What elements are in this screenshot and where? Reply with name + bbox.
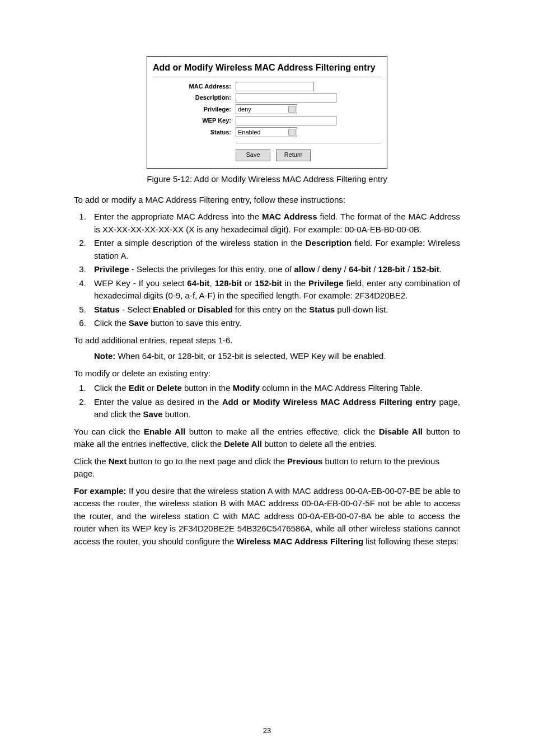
label-priv: Privilege: (153, 105, 236, 114)
row-desc: Description: (153, 93, 381, 102)
row-mac: MAC Address: (153, 82, 381, 91)
bold: Enabled (153, 305, 185, 314)
bold: allow (294, 264, 315, 274)
text: / (405, 264, 413, 274)
example-para: For example: If you desire that the wire… (74, 485, 460, 548)
figure-box: Add or Modify Wireless MAC Address Filte… (147, 56, 387, 169)
nav-para: Click the Next button to go to the next … (74, 455, 460, 480)
step-1: Enter the appropriate MAC Address into t… (88, 211, 460, 236)
text: / (341, 264, 349, 274)
bold: 64-bit (349, 264, 371, 274)
text: WEP Key - If you select (94, 278, 187, 288)
modify-intro: To modify or delete an existing entry: (74, 367, 460, 380)
bold: Disabled (198, 305, 233, 314)
bold: Status (94, 305, 120, 314)
example-tail: list following these steps: (363, 536, 458, 546)
bold: Save (143, 409, 163, 419)
label-status: Status: (153, 128, 236, 137)
row-priv: Privilege: deny (153, 104, 381, 114)
text: button in the (182, 383, 233, 393)
text: button to go to the next page and click … (127, 456, 287, 466)
note-text: When 64-bit, or 128-bit, or 152-bit is s… (115, 351, 386, 361)
figure-buttons: Save Return (236, 143, 381, 161)
figure-divider (153, 77, 381, 77)
note-line: Note: When 64-bit, or 128-bit, or 152-bi… (94, 350, 460, 363)
modify-step-1: Click the Edit or Delete button in the M… (88, 382, 460, 395)
example-bold: Wireless MAC Address Filtering (236, 536, 363, 546)
main-steps-list: Enter the appropriate MAC Address into t… (74, 211, 460, 330)
text: . (439, 264, 442, 274)
text: button to save this entry. (148, 318, 241, 328)
text: column in the MAC Address Filtering Tabl… (260, 383, 423, 393)
return-button[interactable]: Return (276, 150, 311, 161)
step-6: Click the Save button to save this entry… (88, 317, 460, 330)
row-status: Status: Enabled (153, 127, 381, 137)
bold: Disable All (379, 427, 423, 436)
bold: deny (322, 264, 341, 274)
text: Click the (74, 456, 109, 466)
text: / (371, 264, 378, 274)
intro-text: To add or modify a MAC Address Filtering… (74, 194, 460, 207)
save-button[interactable]: Save (236, 150, 270, 161)
bold: MAC Address (262, 212, 317, 221)
text: Enter the appropriate MAC Address into t… (94, 212, 262, 221)
example-label: For example: (74, 486, 127, 496)
enable-para: You can click the Enable All button to m… (74, 426, 460, 451)
text: / (315, 264, 322, 274)
note-label: Note: (94, 351, 115, 361)
text: in the (282, 278, 308, 288)
label-mac: MAC Address: (153, 82, 236, 91)
bold: 152-bit (255, 278, 282, 288)
bold: Privilege (94, 264, 129, 274)
text: - Selects the privileges for this entry,… (129, 264, 294, 274)
text: button to delete all the entries. (262, 439, 377, 449)
select-priv-value: deny (238, 105, 251, 114)
row-wep: WEP Key: (153, 116, 381, 125)
bold: 128-bit (215, 278, 242, 288)
text: or (144, 383, 157, 393)
text: Enter a simple description of the wirele… (94, 238, 306, 248)
bold: Modify (233, 383, 260, 393)
page-number: 23 (0, 725, 534, 736)
label-wep: WEP Key: (153, 116, 236, 125)
modify-steps-list: Click the Edit or Delete button in the M… (74, 382, 460, 421)
bold: Status (309, 305, 335, 314)
label-desc: Description: (153, 93, 236, 102)
text: button. (163, 409, 191, 419)
text: - Select (120, 305, 153, 314)
input-wep[interactable] (236, 116, 336, 125)
bold: Edit (129, 383, 144, 393)
bold: Previous (287, 456, 322, 466)
bold: Enable All (144, 427, 185, 436)
text: for this entry on the (233, 305, 310, 314)
bold: Delete (157, 383, 182, 393)
text: You can click the (74, 427, 144, 436)
bold: Description (306, 238, 352, 248)
select-status-value: Enabled (238, 128, 260, 137)
bold: 128-bit (378, 264, 405, 274)
bold: Add or Modify Wireless MAC Address Filte… (222, 397, 436, 407)
add-repeat: To add additional entries, repeat steps … (74, 334, 460, 347)
step-3: Privilege - Selects the privileges for t… (88, 263, 460, 276)
step-2: Enter a simple description of the wirele… (88, 237, 460, 262)
input-mac[interactable] (236, 82, 314, 91)
text: or (185, 305, 198, 314)
text: Click the (94, 318, 129, 328)
step-4: WEP Key - If you select 64-bit, 128-bit … (88, 277, 460, 302)
text: button to make all the entries effective… (185, 427, 378, 436)
select-priv[interactable]: deny (236, 104, 297, 114)
select-status[interactable]: Enabled (236, 127, 297, 137)
input-desc[interactable] (236, 93, 336, 102)
bold: Save (129, 318, 148, 328)
step-5: Status - Select Enabled or Disabled for … (88, 304, 460, 316)
figure-box-title: Add or Modify Wireless MAC Address Filte… (153, 61, 381, 74)
bold: Privilege (308, 278, 344, 288)
text: Click the (94, 383, 129, 393)
text: , (209, 278, 214, 288)
bold: Next (109, 456, 127, 466)
text: pull-down list. (335, 305, 388, 314)
bold: 152-bit (412, 264, 439, 274)
text: Enter the value as desired in the (94, 397, 222, 407)
bold: Delete All (224, 439, 262, 449)
bold: 64-bit (187, 278, 209, 288)
